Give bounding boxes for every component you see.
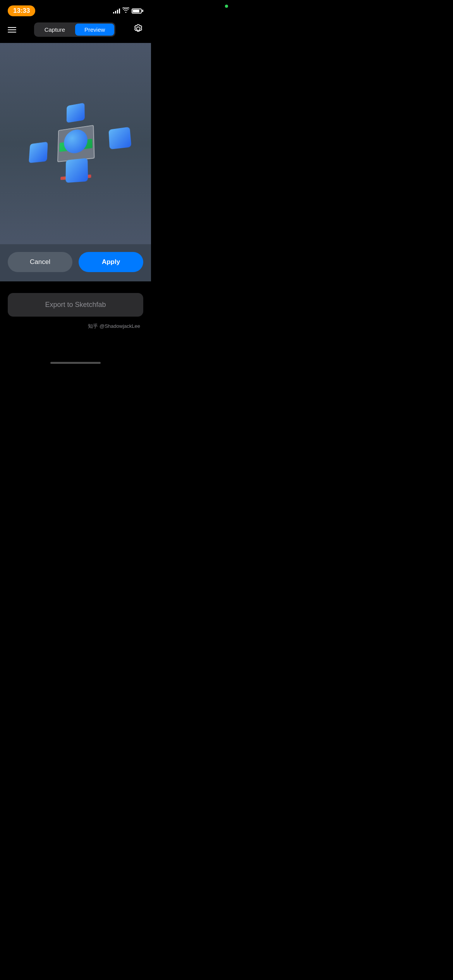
battery-icon [132,9,143,14]
capture-tab[interactable]: Capture [35,24,74,36]
cube-right [108,127,131,149]
signal-icon [113,8,120,14]
settings-icon[interactable] [133,24,143,36]
cube-front [65,158,88,183]
watermark-text: 知乎 @ShadowjackLee [8,323,143,330]
cube-top [67,103,85,123]
export-sketchfab-button[interactable]: Export to Sketchfab [8,293,143,317]
cube-left [29,142,48,163]
status-time: 13:33 [8,5,35,16]
hamburger-line-2 [8,29,16,30]
cancel-button[interactable]: Cancel [8,252,72,272]
action-bar: Cancel Apply [0,244,151,281]
mode-segment-control: Capture Preview [34,22,116,37]
status-bar: 13:33 [0,0,151,19]
apply-button[interactable]: Apply [79,252,143,272]
status-icons [113,7,143,14]
3d-model [32,95,126,193]
menu-button[interactable] [8,27,16,33]
home-indicator [0,359,151,367]
hamburger-line-3 [8,32,16,33]
3d-viewport[interactable] [0,43,151,244]
hamburger-line-1 [8,27,16,28]
preview-tab[interactable]: Preview [75,24,114,36]
wifi-icon [122,7,129,14]
lower-section: Export to Sketchfab 知乎 @ShadowjackLee [0,281,151,359]
home-bar [50,362,101,364]
header: Capture Preview [0,19,151,43]
